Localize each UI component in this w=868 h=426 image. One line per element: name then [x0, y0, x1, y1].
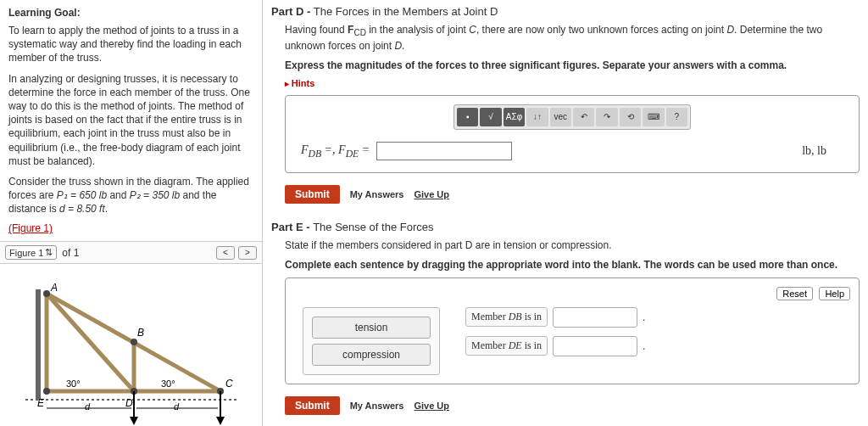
give-up-link-e[interactable]: Give Up [414, 401, 449, 411]
drop-slot-1[interactable] [553, 307, 637, 328]
answer-input-d[interactable] [376, 142, 512, 160]
svg-point-5 [43, 290, 50, 297]
drop-slot-2[interactable] [553, 336, 637, 356]
word-compression[interactable]: compression [312, 344, 431, 366]
diagram-label-B: B [137, 327, 144, 339]
part-e-instruction: Complete each sentence by dragging the a… [271, 258, 860, 272]
reset-icon[interactable]: ⟲ [620, 108, 641, 126]
diagram-angle-1: 30° [66, 378, 81, 389]
learning-goal-section: Learning Goal: To learn to apply the met… [0, 0, 262, 242]
svg-line-3 [47, 294, 134, 391]
analysis-text: In analyzing or designing trusses, it is… [8, 72, 253, 168]
drag-area: Reset Help tension compression Member DB… [285, 277, 860, 384]
figure-nav: < > [216, 246, 257, 260]
learning-goal-title: Learning Goal: [8, 7, 253, 19]
hints-toggle-d[interactable]: Hints [271, 78, 860, 88]
drag-head: Reset Help [294, 287, 850, 300]
prev-figure-button[interactable]: < [216, 246, 235, 260]
give-up-link-d[interactable]: Give Up [414, 189, 449, 199]
word-tension[interactable]: tension [312, 317, 431, 339]
sentence-1: Member DB is in . [465, 307, 645, 328]
template-icon[interactable]: ▪ [457, 108, 478, 126]
next-figure-button[interactable]: > [238, 246, 257, 260]
truss-diagram: A B C D E 30° 30° d d P₁ P₂ [25, 281, 237, 426]
diagram-d-2: d [174, 401, 180, 412]
my-answers-link-d[interactable]: My Answers [350, 189, 404, 199]
diagram-label-A: A [50, 282, 58, 294]
diagram-label-E: E [37, 397, 45, 409]
figure-link[interactable]: (Figure 1) [8, 222, 53, 234]
part-e-title: Part E - The Sense of the Forces [271, 221, 860, 233]
figure-bar: Figure 1 ⇅ of 1 < > [0, 242, 262, 264]
greek-button[interactable]: ΑΣφ [504, 108, 525, 126]
word-bank: tension compression [303, 307, 440, 375]
sentences: Member DB is in . Member DE is in . [465, 307, 645, 365]
chevron-updown-icon: ⇅ [45, 247, 53, 258]
answer-unit: lb, lb [802, 144, 843, 158]
help-icon[interactable]: ? [666, 108, 687, 126]
reset-button[interactable]: Reset [776, 287, 813, 300]
figure-of-label: of 1 [62, 247, 79, 259]
submit-button-d[interactable]: Submit [285, 185, 340, 204]
drag-body: tension compression Member DB is in . Me… [294, 307, 850, 375]
diagram-d-1: d [85, 401, 91, 412]
undo-icon[interactable]: ↶ [573, 108, 594, 126]
part-e-desc: State if the members considered in part … [271, 238, 860, 253]
updown-icon[interactable]: ↓↑ [526, 108, 548, 126]
svg-point-8 [131, 339, 137, 345]
vec-button[interactable]: vec [550, 108, 571, 126]
answer-box-d: ▪ √ ΑΣφ ↓↑ vec ↶ ↷ ⟲ ⌨ ? FDB =, FDE = lb… [285, 95, 860, 173]
figure-canvas: A B C D E 30° 30° d d P₁ P₂ [0, 264, 262, 426]
learning-goal-text: To learn to apply the method of joints t… [8, 24, 253, 65]
diagram-label-C: C [225, 378, 233, 390]
redo-icon[interactable]: ↷ [596, 108, 617, 126]
answer-label: FDB =, FDE = [301, 143, 370, 160]
button-row-d: Submit My Answers Give Up [271, 178, 860, 204]
my-answers-link-e[interactable]: My Answers [350, 401, 404, 411]
svg-point-6 [43, 388, 50, 395]
part-d-desc: Having found FCD in the analysis of join… [271, 23, 860, 53]
right-panel: Part D - The Forces in the Members at Jo… [263, 0, 868, 426]
diagram-angle-2: 30° [161, 378, 175, 389]
sentence-1-prefix: Member DB is in [465, 307, 548, 327]
part-d-title: Part D - The Forces in the Members at Jo… [271, 5, 860, 18]
button-row-e: Submit My Answers Give Up [271, 390, 860, 415]
equation-toolbar: ▪ √ ΑΣφ ↓↑ vec ↶ ↷ ⟲ ⌨ ? [453, 104, 691, 130]
left-panel: Learning Goal: To learn to apply the met… [0, 0, 263, 426]
submit-button-e[interactable]: Submit [285, 396, 340, 415]
diagram-label-D: D [125, 397, 133, 409]
consider-text: Consider the truss shown in the diagram.… [8, 175, 253, 216]
sentence-2-prefix: Member DE is in [465, 336, 548, 356]
answer-input-row: FDB =, FDE = lb, lb [294, 138, 850, 164]
keyboard-icon[interactable]: ⌨ [643, 108, 664, 126]
sentence-2: Member DE is in . [465, 336, 645, 356]
root-icon[interactable]: √ [480, 108, 501, 126]
figure-selector[interactable]: Figure 1 ⇅ [5, 245, 57, 260]
help-button[interactable]: Help [819, 287, 850, 300]
part-d-instruction: Express the magnitudes of the forces to … [271, 59, 860, 73]
